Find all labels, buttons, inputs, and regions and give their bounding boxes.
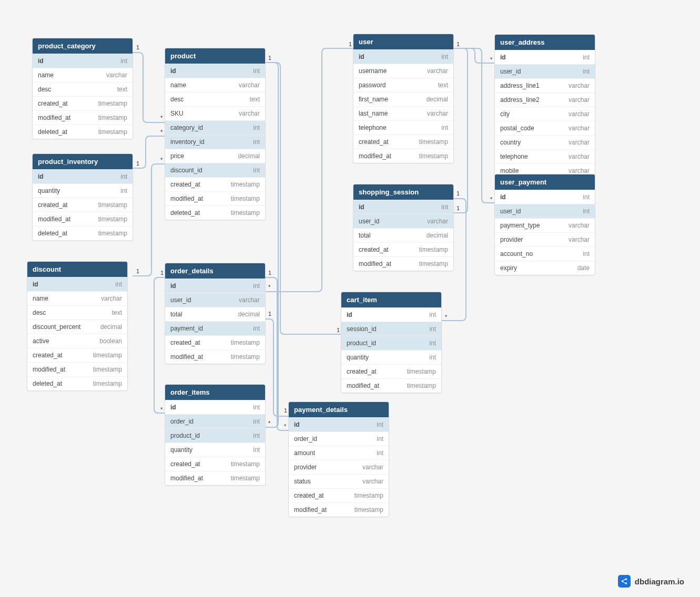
table-row[interactable]: modified_attimestamp bbox=[165, 349, 265, 364]
table-order_items[interactable]: order_itemsidintorder_idintproduct_idint… bbox=[165, 384, 266, 486]
table-discount[interactable]: discountidintnamevarchardesctextdiscount… bbox=[27, 261, 128, 391]
table-row[interactable]: idint bbox=[165, 400, 265, 414]
table-row[interactable]: modified_attimestamp bbox=[353, 256, 453, 271]
table-header[interactable]: payment_details bbox=[289, 402, 389, 417]
table-row[interactable]: created_attimestamp bbox=[165, 335, 265, 349]
table-row[interactable]: first_namedecimal bbox=[353, 92, 453, 106]
table-row[interactable]: modified_attimestamp bbox=[165, 471, 265, 485]
table-product_category[interactable]: product_categoryidintnamevarchardesctext… bbox=[32, 38, 133, 139]
table-row[interactable]: created_attimestamp bbox=[33, 198, 133, 212]
table-row[interactable]: idint bbox=[495, 50, 595, 64]
table-row[interactable]: passwordtext bbox=[353, 78, 453, 92]
table-row[interactable]: providervarchar bbox=[495, 232, 595, 246]
table-row[interactable]: idint bbox=[289, 417, 389, 431]
table-row[interactable]: idint bbox=[33, 169, 133, 183]
table-user_payment[interactable]: user_paymentidintuser_idintpayment_typev… bbox=[494, 174, 595, 275]
table-row[interactable]: cityvarchar bbox=[495, 107, 595, 121]
table-row[interactable]: inventory_idint bbox=[165, 135, 265, 149]
table-row[interactable]: totaldecimal bbox=[353, 228, 453, 242]
table-row[interactable]: modified_attimestamp bbox=[33, 212, 133, 226]
table-row[interactable]: created_attimestamp bbox=[341, 364, 441, 378]
table-header[interactable]: discount bbox=[27, 262, 127, 277]
table-header[interactable]: order_details bbox=[165, 263, 265, 279]
table-row[interactable]: providervarchar bbox=[289, 460, 389, 474]
table-row[interactable]: idint bbox=[33, 54, 133, 68]
table-row[interactable]: namevarchar bbox=[33, 68, 133, 82]
table-product_inventory[interactable]: product_inventoryidintquantityintcreated… bbox=[32, 153, 133, 241]
table-row[interactable]: payment_idint bbox=[165, 321, 265, 335]
table-row[interactable]: idint bbox=[353, 49, 453, 64]
table-row[interactable]: created_attimestamp bbox=[33, 96, 133, 110]
table-row[interactable]: modified_attimestamp bbox=[341, 378, 441, 393]
table-header[interactable]: cart_item bbox=[341, 292, 441, 307]
table-cart_item[interactable]: cart_itemidintsession_idintproduct_idint… bbox=[341, 292, 442, 393]
table-row[interactable]: user_idint bbox=[495, 204, 595, 218]
table-row[interactable]: telephonevarchar bbox=[495, 149, 595, 163]
dbdiagram-logo[interactable]: dbdiagram.io bbox=[618, 575, 684, 588]
table-row[interactable]: product_idint bbox=[165, 428, 265, 442]
table-row[interactable]: amountint bbox=[289, 446, 389, 460]
table-row[interactable]: modified_attimestamp bbox=[353, 149, 453, 163]
table-row[interactable]: user_idint bbox=[495, 64, 595, 78]
table-row[interactable]: last_namevarchar bbox=[353, 106, 453, 120]
table-product[interactable]: productidintnamevarchardesctextSKUvarcha… bbox=[165, 48, 266, 220]
table-row[interactable]: idint bbox=[495, 190, 595, 204]
table-row[interactable]: created_attimestamp bbox=[289, 488, 389, 502]
table-row[interactable]: expirydate bbox=[495, 261, 595, 275]
table-row[interactable]: countryvarchar bbox=[495, 135, 595, 149]
table-row[interactable]: user_idvarchar bbox=[165, 293, 265, 307]
table-user_address[interactable]: user_addressidintuser_idintaddress_line1… bbox=[494, 34, 595, 178]
table-row[interactable]: usernamevarchar bbox=[353, 64, 453, 78]
table-row[interactable]: category_idint bbox=[165, 120, 265, 135]
table-row[interactable]: address_line1varchar bbox=[495, 78, 595, 92]
table-row[interactable]: SKUvarchar bbox=[165, 106, 265, 120]
table-row[interactable]: session_idint bbox=[341, 322, 441, 336]
table-row[interactable]: desctext bbox=[33, 82, 133, 96]
table-header[interactable]: product bbox=[165, 48, 265, 64]
table-row[interactable]: idint bbox=[341, 307, 441, 322]
table-row[interactable]: order_idint bbox=[289, 431, 389, 446]
table-row[interactable]: modified_attimestamp bbox=[165, 191, 265, 205]
table-payment_details[interactable]: payment_detailsidintorder_idintamountint… bbox=[288, 402, 389, 517]
table-row[interactable]: user_idvarchar bbox=[353, 214, 453, 228]
table-header[interactable]: product_category bbox=[33, 38, 133, 54]
table-row[interactable]: idint bbox=[165, 64, 265, 78]
table-row[interactable]: quantityint bbox=[33, 183, 133, 198]
table-row[interactable]: activeboolean bbox=[27, 334, 127, 348]
table-row[interactable]: pricedecimal bbox=[165, 149, 265, 163]
table-header[interactable]: product_inventory bbox=[33, 154, 133, 169]
table-header[interactable]: order_items bbox=[165, 385, 265, 400]
table-row[interactable]: idint bbox=[353, 200, 453, 214]
table-row[interactable]: modified_attimestamp bbox=[289, 502, 389, 517]
table-row[interactable]: statusvarchar bbox=[289, 474, 389, 488]
table-row[interactable]: created_attimestamp bbox=[27, 348, 127, 362]
table-row[interactable]: discount_percentdecimal bbox=[27, 320, 127, 334]
table-row[interactable]: created_attimestamp bbox=[165, 457, 265, 471]
table-header[interactable]: shopping_session bbox=[353, 184, 453, 200]
table-row[interactable]: totaldecimal bbox=[165, 307, 265, 321]
table-row[interactable]: created_attimestamp bbox=[353, 242, 453, 256]
table-row[interactable]: desctext bbox=[165, 92, 265, 106]
table-row[interactable]: deleted_attimestamp bbox=[33, 125, 133, 139]
table-row[interactable]: address_line2varchar bbox=[495, 92, 595, 107]
table-row[interactable]: postal_codevarchar bbox=[495, 121, 595, 135]
table-row[interactable]: quantityint bbox=[341, 350, 441, 364]
table-header[interactable]: user_payment bbox=[495, 174, 595, 190]
table-row[interactable]: desctext bbox=[27, 305, 127, 320]
table-row[interactable]: created_attimestamp bbox=[353, 135, 453, 149]
table-row[interactable]: created_attimestamp bbox=[165, 177, 265, 191]
table-row[interactable]: order_idint bbox=[165, 414, 265, 428]
table-shopping_session[interactable]: shopping_sessionidintuser_idvarchartotal… bbox=[353, 184, 454, 271]
table-row[interactable]: discount_idint bbox=[165, 163, 265, 177]
table-row[interactable]: modified_attimestamp bbox=[33, 110, 133, 125]
table-row[interactable]: deleted_attimestamp bbox=[33, 226, 133, 240]
table-row[interactable]: telephoneint bbox=[353, 120, 453, 135]
table-row[interactable]: namevarchar bbox=[27, 291, 127, 305]
table-row[interactable]: account_noint bbox=[495, 246, 595, 261]
table-row[interactable]: product_idint bbox=[341, 336, 441, 350]
table-row[interactable]: namevarchar bbox=[165, 78, 265, 92]
table-order_details[interactable]: order_detailsidintuser_idvarchartotaldec… bbox=[165, 263, 266, 364]
table-header[interactable]: user bbox=[353, 34, 453, 49]
table-header[interactable]: user_address bbox=[495, 35, 595, 50]
table-row[interactable]: quantityint bbox=[165, 442, 265, 457]
